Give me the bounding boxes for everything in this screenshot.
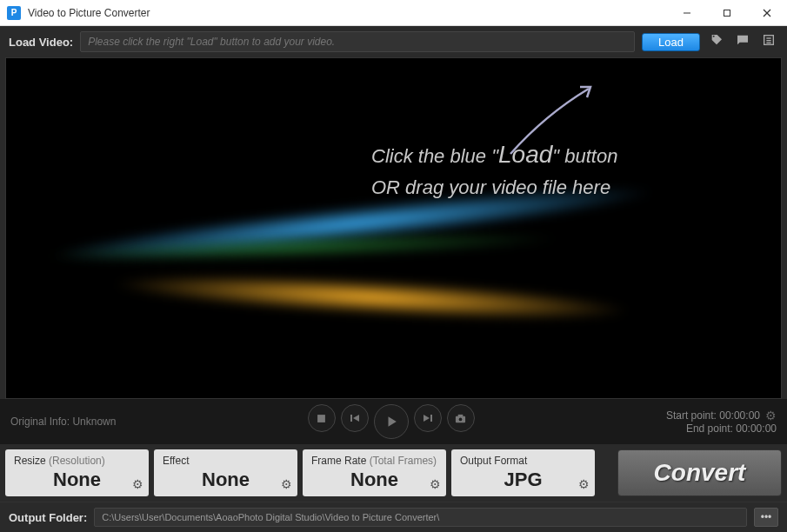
close-button[interactable]	[747, 0, 787, 26]
play-button[interactable]	[374, 404, 409, 439]
app-logo-icon: P	[7, 6, 21, 20]
browse-output-button[interactable]: •••	[754, 508, 778, 527]
output-folder-label: Output Folder:	[9, 511, 87, 524]
convert-button[interactable]: Convert	[617, 449, 782, 496]
load-toolbar: Load Video: Load	[0, 26, 787, 57]
svg-rect-15	[458, 414, 464, 416]
stop-button[interactable]	[308, 404, 336, 432]
load-button[interactable]: Load	[642, 33, 700, 51]
next-frame-button[interactable]	[414, 404, 442, 432]
controls-row: Original Info: Unknown Start point: 00:0…	[0, 399, 787, 444]
gear-icon[interactable]: ⚙	[281, 477, 292, 491]
output-folder-input[interactable]	[94, 508, 747, 527]
load-video-label: Load Video:	[9, 36, 73, 49]
trim-settings-icon[interactable]: ⚙	[765, 409, 777, 422]
output-folder-row: Output Folder: •••	[0, 502, 787, 532]
tag-icon[interactable]	[707, 33, 726, 50]
video-path-input[interactable]	[80, 31, 635, 52]
snapshot-button[interactable]	[447, 404, 475, 432]
gear-icon[interactable]: ⚙	[132, 477, 143, 491]
window-title: Video to Picture Converter	[28, 7, 150, 19]
decorative-streak	[110, 266, 632, 328]
preview-area[interactable]: Click the blue "Load" button OR drag you…	[5, 57, 782, 399]
gear-icon[interactable]: ⚙	[578, 477, 590, 491]
titlebar: P Video to Picture Converter	[0, 0, 787, 26]
maximize-button[interactable]	[707, 0, 747, 26]
end-point-label: End point: 00:00:00	[686, 422, 777, 435]
minimize-button[interactable]	[667, 0, 707, 26]
original-info: Original Info: Unknown	[10, 416, 116, 428]
svg-rect-8	[317, 415, 325, 422]
list-icon[interactable]	[759, 33, 778, 50]
output-format-setting[interactable]: Output Format JPG ⚙	[451, 449, 595, 496]
svg-marker-11	[388, 416, 396, 427]
resize-setting[interactable]: Resize (Resolution) None ⚙	[5, 449, 149, 496]
prev-frame-button[interactable]	[341, 404, 369, 432]
svg-rect-13	[430, 415, 432, 422]
settings-row: Resize (Resolution) None ⚙ Effect None ⚙…	[0, 444, 787, 502]
gear-icon[interactable]: ⚙	[430, 477, 441, 491]
comment-icon[interactable]	[733, 33, 752, 50]
preview-hint-text: Click the blue "Load" button OR drag you…	[371, 136, 617, 202]
svg-rect-9	[350, 415, 352, 422]
svg-marker-10	[353, 415, 359, 422]
effect-setting[interactable]: Effect None ⚙	[154, 449, 297, 496]
start-point-label: Start point: 00:00:00	[666, 409, 760, 422]
svg-rect-1	[724, 10, 730, 16]
svg-point-16	[459, 417, 463, 421]
svg-marker-12	[424, 415, 430, 422]
framerate-setting[interactable]: Frame Rate (Total Frames) None ⚙	[303, 449, 446, 496]
